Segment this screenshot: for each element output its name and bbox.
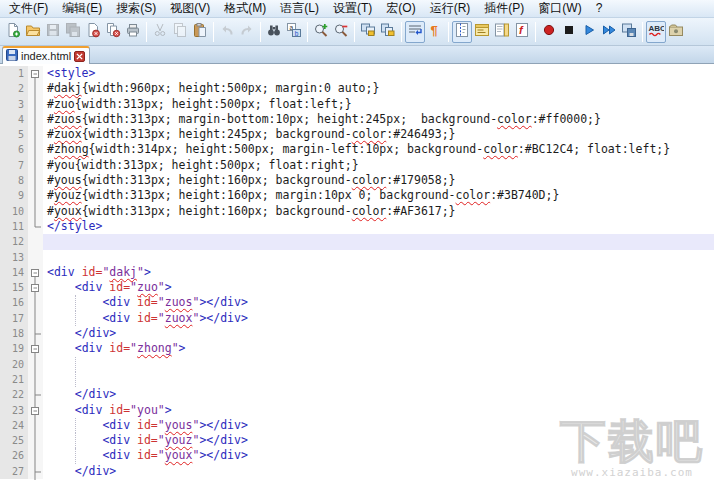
- menu-item-window[interactable]: 窗口(W): [531, 0, 588, 17]
- code-text[interactable]: <div id="zuos"></div>: [43, 295, 714, 310]
- code-token: </div>: [75, 464, 117, 478]
- menu-item-language[interactable]: 语言(L): [273, 0, 326, 17]
- tab-bar[interactable]: index.html: [0, 46, 714, 64]
- code-text[interactable]: <style>: [43, 66, 714, 81]
- close-button[interactable]: [83, 21, 103, 43]
- replace-button[interactable]: ab: [284, 21, 304, 43]
- code-token: ": [130, 341, 137, 355]
- code-text[interactable]: #zuox{width:313px; height:245px; backgro…: [43, 127, 714, 142]
- line-number: 25: [0, 433, 28, 448]
- misspelled-token: dakj: [109, 265, 137, 279]
- close-tab-icon[interactable]: [74, 51, 85, 62]
- menu-item-edit[interactable]: 编辑(E): [55, 0, 109, 17]
- misspelled-token: zuox: [165, 311, 193, 325]
- code-text-current-line[interactable]: [43, 234, 714, 249]
- play-multiple-icon: [601, 22, 617, 42]
- menu-item-settings[interactable]: 设置(T): [326, 0, 379, 17]
- code-text[interactable]: #zuo{width:313px; height:500px; float:le…: [43, 97, 714, 112]
- code-text[interactable]: <div id="youx"></div>: [43, 448, 714, 463]
- editor-line: 14<div id="dakj">: [0, 265, 714, 280]
- menu-item-help[interactable]: ?: [589, 0, 610, 17]
- open-file-button[interactable]: [23, 21, 43, 43]
- code-text[interactable]: <div id="zhong">: [43, 341, 714, 356]
- macro-run-multiple-button[interactable]: [599, 21, 619, 43]
- tab-index.html[interactable]: index.html: [2, 46, 90, 64]
- zoom-in-button[interactable]: [311, 21, 331, 43]
- code-token: id=: [137, 295, 158, 309]
- code-text[interactable]: #zhong{width:314px; height:500px; margin…: [43, 142, 714, 157]
- code-text[interactable]: <div id="zuo">: [43, 280, 714, 295]
- menu-item-file[interactable]: 文件(F): [2, 0, 55, 17]
- word-wrap-button[interactable]: [405, 21, 425, 43]
- document-map-button[interactable]: [492, 21, 512, 43]
- indent-guide-button[interactable]: [452, 21, 472, 43]
- fold-toggle-icon[interactable]: [28, 403, 43, 418]
- code-text[interactable]: #yous{width:313px; height:160px; backgro…: [43, 173, 714, 188]
- fold-line-icon: [28, 173, 43, 188]
- code-text[interactable]: </style>: [43, 219, 714, 234]
- misspelled-token: dakj: [54, 81, 82, 95]
- fold-toggle-icon[interactable]: [28, 66, 43, 81]
- fold-toggle-icon[interactable]: [28, 341, 43, 356]
- fold-line-icon: [28, 464, 43, 479]
- menu-item-plugins[interactable]: 插件(P): [477, 0, 531, 17]
- line-number: 10: [0, 204, 28, 219]
- close-all-button[interactable]: [103, 21, 123, 43]
- editor-line: 11</style>: [0, 219, 714, 234]
- editor-line: 7#you{width:313px; height:500px; float:r…: [0, 158, 714, 173]
- paste-button[interactable]: [190, 21, 210, 43]
- menu-item-search[interactable]: 搜索(S): [109, 0, 163, 17]
- menu-item-run[interactable]: 运行(R): [423, 0, 478, 17]
- find-button[interactable]: [264, 21, 284, 43]
- line-number: 27: [0, 464, 28, 479]
- zoom-out-button[interactable]: [331, 21, 351, 43]
- code-text[interactable]: </div>: [43, 326, 714, 341]
- new-file-button[interactable]: [3, 21, 23, 43]
- code-text[interactable]: #youx{width:313px; height:160px; backgro…: [43, 204, 714, 219]
- editor-line: 19 <div id="zhong">: [0, 341, 714, 356]
- code-text[interactable]: <div id="youz"></div>: [43, 433, 714, 448]
- print-button[interactable]: [123, 21, 143, 43]
- toolbar-separator: [401, 22, 402, 42]
- menu-item-format[interactable]: 格式(M): [217, 0, 273, 17]
- editor-line: 8#yous{width:313px; height:160px; backgr…: [0, 173, 714, 188]
- sync-horizontal-scroll-button[interactable]: [378, 21, 398, 43]
- code-text[interactable]: [43, 250, 714, 265]
- spell-check-button[interactable]: ABC: [646, 21, 666, 43]
- spell-check-settings-button[interactable]: [666, 21, 686, 43]
- code-token: [47, 326, 75, 340]
- code-text[interactable]: [43, 372, 714, 387]
- macro-stop-button[interactable]: [559, 21, 579, 43]
- menu-item-view[interactable]: 视图(V): [163, 0, 217, 17]
- macro-save-button[interactable]: [619, 21, 639, 43]
- code-text[interactable]: </div>: [43, 387, 714, 402]
- sync-vertical-scroll-button[interactable]: [358, 21, 378, 43]
- code-text[interactable]: <div id="dakj">: [43, 265, 714, 280]
- code-text[interactable]: <div id="yous"></div>: [43, 418, 714, 433]
- macro-play-button[interactable]: [579, 21, 599, 43]
- menu-item-macro[interactable]: 宏(O): [379, 0, 422, 17]
- fold-toggle-icon[interactable]: [28, 265, 43, 280]
- macro-record-button[interactable]: [539, 21, 559, 43]
- editor-area[interactable]: 1<style>2#dakj{width:960px; height:500px…: [0, 64, 714, 483]
- code-text[interactable]: [43, 357, 714, 372]
- code-text[interactable]: #zuos{width:313px; margin-bottom:10px; h…: [43, 112, 714, 127]
- fold-line-icon: [28, 387, 43, 402]
- function-list-button[interactable]: f: [512, 21, 532, 43]
- replace-icon: ab: [286, 22, 302, 42]
- code-text[interactable]: <div id="zuox"></div>: [43, 311, 714, 326]
- misspelled-token: youx: [54, 204, 82, 218]
- show-all-characters-button[interactable]: ¶: [425, 21, 445, 43]
- code-token: #: [47, 204, 54, 218]
- indent-guide-icon: [454, 22, 470, 42]
- fold-toggle-icon[interactable]: [28, 280, 43, 295]
- user-defined-language-button[interactable]: [472, 21, 492, 43]
- code-text[interactable]: #youz{width:313px; height:160px; margin:…: [43, 188, 714, 203]
- code-text[interactable]: </div>: [43, 464, 714, 479]
- misspelled-token: color: [483, 142, 518, 156]
- code-text[interactable]: <div id="you">: [43, 403, 714, 418]
- line-number: 17: [0, 311, 28, 326]
- tab-title: index.html: [21, 50, 71, 62]
- code-text[interactable]: #you{width:313px; height:500px; float:ri…: [43, 158, 714, 173]
- code-text[interactable]: #dakj{width:960px; height:500px; margin:…: [43, 81, 714, 96]
